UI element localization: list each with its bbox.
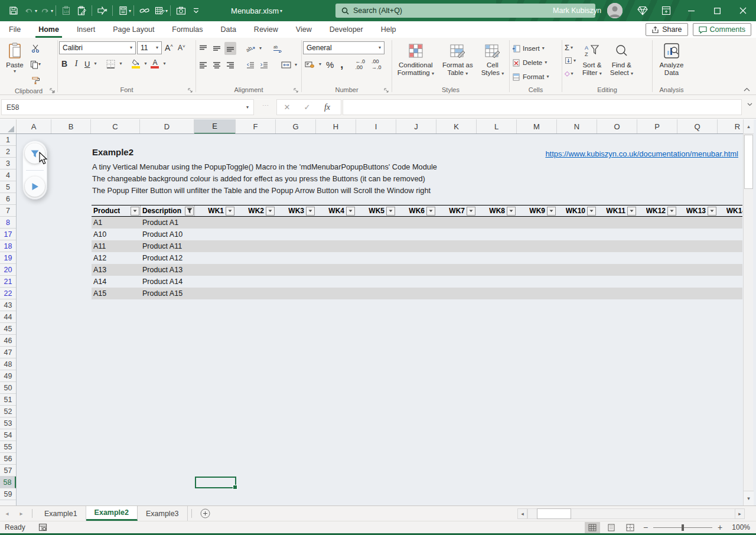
column-header-B[interactable]: B — [51, 119, 91, 134]
table-row[interactable]: A10Product A10 — [92, 229, 742, 240]
formula-enter-button[interactable]: ✓ — [297, 100, 317, 115]
row-header-44[interactable]: 44 — [0, 311, 16, 323]
row-header-8[interactable]: 8 — [0, 217, 16, 229]
zoom-out-button[interactable]: − — [641, 523, 650, 532]
filter-dropdown-wk1[interactable] — [226, 207, 234, 216]
paste-values-button[interactable]: 123 — [58, 2, 74, 19]
clipboard-dialog-launcher[interactable] — [50, 88, 55, 93]
column-header-P[interactable]: P — [637, 119, 677, 134]
select-all-corner[interactable] — [0, 119, 17, 134]
row-header-49[interactable]: 49 — [0, 370, 16, 382]
insert-cells-button[interactable]: Insert▾ — [511, 42, 561, 55]
zoom-slider[interactable] — [653, 527, 712, 528]
sheet-tab-example2[interactable]: Example2 — [86, 506, 138, 521]
paste-special-button[interactable] — [74, 2, 89, 19]
row-header-56[interactable]: 56 — [0, 453, 16, 465]
align-left-button[interactable] — [197, 58, 209, 71]
ribbon-tab-page-layout[interactable]: Page Layout — [104, 21, 163, 38]
row-header-19[interactable]: 19 — [0, 252, 16, 264]
align-bottom-button[interactable] — [224, 42, 236, 55]
increase-indent-button[interactable] — [258, 58, 270, 71]
row-header-58[interactable]: 58 — [0, 477, 16, 488]
description-cell[interactable]: Product A11 — [141, 242, 742, 250]
formula-cancel-button[interactable]: ✕ — [277, 100, 297, 115]
increase-font-button[interactable]: A˄ — [163, 41, 175, 54]
camera-button[interactable] — [173, 2, 188, 19]
zoom-slider-thumb[interactable] — [682, 524, 684, 531]
customize-qat-button[interactable] — [188, 2, 204, 19]
product-cell[interactable]: A10 — [92, 230, 141, 239]
description-cell[interactable]: Product A10 — [141, 230, 742, 239]
row-header-20[interactable]: 20 — [0, 264, 16, 276]
row-header-54[interactable]: 54 — [0, 429, 16, 441]
underline-button[interactable]: U — [83, 57, 92, 70]
delete-cells-ribbon-button[interactable]: Delete▾ — [511, 56, 561, 69]
column-header-K[interactable]: K — [436, 119, 477, 134]
description-cell[interactable]: Product A13 — [141, 266, 742, 274]
page-layout-view-button[interactable] — [604, 522, 619, 533]
maximize-button[interactable] — [704, 0, 730, 21]
filter-dropdown-wk8[interactable] — [507, 207, 516, 216]
row-header-1[interactable]: 1 — [0, 134, 16, 146]
row-header-4[interactable]: 4 — [0, 169, 16, 181]
column-header-J[interactable]: J — [396, 119, 436, 134]
horizontal-scroll-thumb[interactable] — [537, 508, 571, 519]
row-header-53[interactable]: 53 — [0, 417, 16, 429]
merge-center-button[interactable] — [279, 58, 293, 71]
filter-dropdown-wk10[interactable] — [587, 207, 596, 216]
orientation-button[interactable]: ab — [245, 42, 258, 55]
minimize-button[interactable] — [678, 0, 704, 21]
format-painter-button[interactable] — [28, 74, 43, 87]
sheet-tab-example3[interactable]: Example3 — [138, 506, 188, 521]
vertical-scroll-thumb[interactable] — [744, 135, 753, 189]
wrap-text-button[interactable]: ab — [271, 42, 284, 55]
column-header-O[interactable]: O — [597, 119, 637, 134]
documentation-link[interactable]: https://www.kubiszyn.co.uk/documentation… — [545, 149, 738, 158]
formula-bar-expand-button[interactable] — [747, 103, 752, 106]
row-header-45[interactable]: 45 — [0, 323, 16, 335]
column-header-C[interactable]: C — [91, 119, 140, 134]
column-header-D[interactable]: D — [140, 119, 194, 134]
cell-styles-button[interactable]: Cell Styles ▾ — [478, 40, 507, 85]
alignment-dialog-launcher[interactable] — [294, 88, 299, 93]
table-row[interactable]: A1Product A1 — [92, 217, 742, 229]
product-cell[interactable]: A14 — [92, 278, 141, 286]
align-top-button[interactable] — [197, 42, 209, 55]
product-cell[interactable]: A12 — [92, 254, 141, 262]
row-header-3[interactable]: 3 — [0, 158, 16, 169]
number-format-combo[interactable]: General▾ — [303, 41, 384, 54]
filter-dropdown-wk2[interactable] — [266, 207, 275, 216]
align-middle-button[interactable] — [211, 42, 223, 55]
product-cell[interactable]: A11 — [92, 242, 141, 250]
font-color-button[interactable]: A — [149, 57, 161, 70]
italic-button[interactable]: I — [72, 57, 80, 70]
borders-button[interactable] — [105, 57, 117, 70]
format-as-table-button[interactable]: Format as Table ▾ — [439, 40, 476, 85]
insert-function-button[interactable]: fx — [317, 100, 337, 115]
row-header-18[interactable]: 18 — [0, 240, 16, 252]
row-header-51[interactable]: 51 — [0, 394, 16, 406]
paste-button[interactable]: Paste ▾ — [1, 40, 28, 87]
table-row[interactable]: A13Product A13 — [92, 264, 742, 276]
table-row[interactable]: A14Product A14 — [92, 276, 742, 288]
row-header-50[interactable]: 50 — [0, 382, 16, 394]
page-break-view-button[interactable] — [623, 522, 638, 533]
product-cell[interactable]: A15 — [92, 289, 141, 298]
column-header-M[interactable]: M — [517, 119, 557, 134]
filter-dropdown-wk13[interactable] — [708, 207, 716, 216]
ribbon-tab-view[interactable]: View — [287, 21, 321, 38]
calculator-dropdown-icon[interactable]: ▾ — [129, 8, 131, 14]
filter-dropdown-wk3[interactable] — [306, 207, 315, 216]
font-dialog-launcher[interactable] — [188, 88, 193, 93]
document-title[interactable]: Menubar.xlsm ▾ — [231, 6, 282, 15]
formula-bar-splitter[interactable]: ⋮ — [262, 102, 270, 109]
scroll-right-button[interactable]: ▸ — [735, 508, 745, 519]
row-header-5[interactable]: 5 — [0, 181, 16, 193]
column-header-A[interactable]: A — [17, 119, 51, 134]
scroll-up-button[interactable]: ▴ — [744, 119, 754, 134]
row-header-57[interactable]: 57 — [0, 465, 16, 477]
name-box-dropdown-icon[interactable]: ▾ — [246, 105, 249, 110]
scroll-left-button[interactable]: ◂ — [517, 508, 527, 519]
fill-color-button[interactable] — [130, 57, 142, 70]
decrease-decimal-button[interactable]: .00→.0 — [370, 58, 383, 71]
